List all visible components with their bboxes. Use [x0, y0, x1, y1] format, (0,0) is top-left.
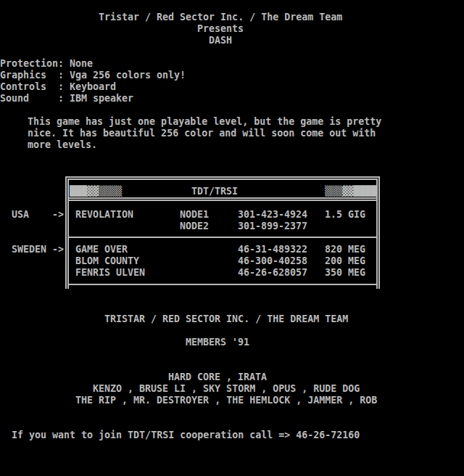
- bbs-phone: 301-423-4924: [238, 209, 307, 221]
- bbs-size: 1.5 GIG: [325, 209, 365, 221]
- bbs-size: 200 MEG: [325, 255, 365, 267]
- bbs-phone: 46-26-628057: [238, 267, 307, 279]
- members-line-1: HARD CORE , IRATA: [168, 372, 267, 383]
- game-title: DASH: [209, 35, 232, 46]
- bbs-phone: 301-899-2377: [238, 221, 307, 232]
- credits-line: Tristar / Red Sector Inc. / The Dream Te…: [99, 12, 342, 23]
- spec-colon: :: [58, 58, 64, 70]
- region-label-sweden: SWEDEN: [12, 244, 46, 255]
- bbs-phone: 46-300-40258: [238, 255, 307, 267]
- region-arrow-icon: ->: [52, 209, 64, 221]
- region-label-usa: USA: [12, 209, 29, 221]
- region-arrow-icon: ->: [52, 244, 64, 255]
- bbs-size: 820 MEG: [325, 244, 365, 255]
- review-line-2: nice. It has beautiful 256 color and wil…: [28, 128, 376, 139]
- bbs-name: FENRIS ULVEN: [75, 267, 145, 279]
- spec-label-graphics: Graphics: [0, 70, 46, 81]
- bbs-box-title: TDT/TRSI: [191, 186, 238, 197]
- bbs-name: REVOLATION: [75, 209, 133, 221]
- bbs-phone: 46-31-489322: [238, 244, 307, 255]
- bbs-bottom-border: [68, 284, 377, 285]
- spec-colon: :: [58, 70, 64, 81]
- members-heading: MEMBERS '91: [186, 337, 249, 348]
- bbs-node: NODE1: [180, 209, 209, 221]
- spec-colon: :: [58, 93, 64, 104]
- join-line: If you want to join TDT/TRSI cooperation…: [12, 430, 360, 441]
- dos-screen: Tristar / Red Sector Inc. / The Dream Te…: [0, 0, 464, 476]
- bbs-node: NODE2: [180, 221, 209, 232]
- spec-value-controls: Keyboard: [70, 81, 116, 93]
- review-line-3: more levels.: [28, 139, 97, 151]
- presents-line: Presents: [197, 23, 244, 35]
- spec-value-graphics: Vga 256 colors only!: [70, 70, 186, 81]
- bbs-name: GAME OVER: [75, 244, 128, 255]
- bbs-title-separator: [69, 197, 376, 201]
- bbs-name: BLOM COUNTY: [75, 255, 139, 267]
- spec-label-sound: Sound: [0, 93, 29, 104]
- bbs-size: 350 MEG: [325, 267, 365, 279]
- dither-decoration-right: ▒▒▒▓▓████: [325, 186, 377, 197]
- spec-colon: :: [58, 81, 64, 93]
- crew-line: TRISTAR / RED SECTOR INC. / THE DREAM TE…: [104, 313, 348, 325]
- spec-label-protection: Protection: [0, 58, 58, 70]
- spec-value-protection: None: [70, 58, 93, 70]
- spec-label-controls: Controls: [0, 81, 46, 93]
- members-line-2: KENZO , BRUSE LI , SKY STORM , OPUS , RU…: [93, 383, 360, 395]
- members-line-3: THE RIP , MR. DESTROYER , THE HEMLOCK , …: [75, 395, 377, 406]
- dither-decoration-left: ███▓▓▒▒▒▒: [70, 186, 122, 197]
- bbs-section-separator: [68, 237, 377, 238]
- review-line-1: This game has just one playable level, b…: [28, 116, 381, 128]
- spec-value-sound: IBM speaker: [70, 93, 133, 104]
